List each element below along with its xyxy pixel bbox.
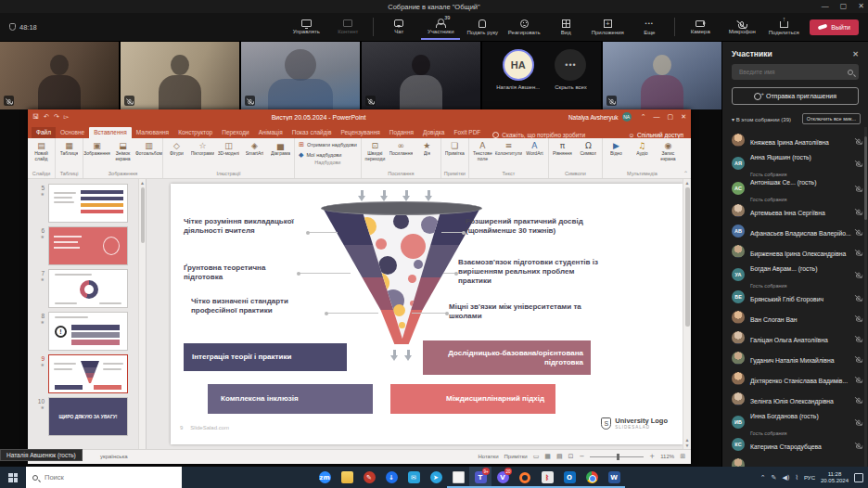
participant-search[interactable] (732, 64, 859, 80)
participant-mic-muted-icon[interactable] (858, 356, 861, 361)
taskbar-word-icon[interactable]: W (603, 467, 625, 488)
participant-mic-muted-icon[interactable] (858, 209, 861, 213)
zoom-links-button[interactable]: ⊡Швидкі переходи (363, 139, 388, 161)
participant-search-input[interactable] (737, 68, 848, 76)
taskbar-telegram-icon[interactable]: ➤ (425, 467, 447, 488)
screenshot-button[interactable]: ⬓Знімок екрана (110, 139, 135, 161)
redo-icon[interactable]: ↷ (54, 113, 59, 121)
raise-hand-button[interactable]: Подать руку (463, 14, 502, 40)
view-button[interactable]: Вид (546, 14, 585, 40)
zoom-slider[interactable] (590, 456, 644, 457)
participant-row[interactable]: АС Антонішак Се... (гость) Гость собрани… (732, 175, 862, 200)
shapes-button[interactable]: ◇Фігури (164, 139, 189, 157)
taskbar-search[interactable] (26, 467, 182, 488)
tab-review[interactable]: Рецензування (336, 127, 384, 138)
table-button[interactable]: ▦ Таблиця (57, 139, 82, 157)
normal-view-icon[interactable]: ▭ (533, 453, 540, 460)
current-slide[interactable]: Чітке розуміння викладацької діяльності … (171, 184, 683, 444)
leave-button[interactable]: Выйти (810, 19, 859, 35)
tab-view[interactable]: Подання (385, 127, 418, 138)
start-button[interactable] (0, 467, 26, 488)
video-tile-2[interactable] (121, 42, 239, 109)
thumbnails-scrollbar[interactable]: ▲ (138, 179, 146, 449)
taskbar-downloads-icon[interactable]: ↓ (380, 467, 402, 488)
slide-thumb-8[interactable]: ! (48, 312, 128, 351)
taskbar-mail-icon[interactable]: ✉ (402, 467, 425, 488)
avatar-tile[interactable]: НА Наталія Авшен... ••• Скрыть всех (482, 42, 601, 109)
content-button[interactable]: Контент (328, 14, 367, 40)
smartart-button[interactable]: ◈SmartArt (242, 139, 267, 157)
reading-view-icon[interactable]: ▤ (556, 453, 563, 460)
participant-row[interactable]: АВ Афанасьєв Владислав Валерійо... (732, 221, 862, 241)
participant-mic-muted-icon[interactable] (858, 420, 861, 425)
tab-design[interactable]: Конструктор (173, 127, 217, 138)
participant-row[interactable]: КС Катерина Стародубцева (732, 434, 862, 455)
taskbar-chrome-icon[interactable] (581, 467, 603, 488)
participants-scrollbar[interactable] (864, 127, 867, 467)
tab-foxit[interactable]: Foxit PDF (449, 127, 485, 138)
comment-button[interactable]: ❏ Примітка (442, 139, 467, 157)
sorter-view-icon[interactable]: ▦ (544, 453, 551, 460)
tray-expand-icon[interactable]: ⌃ (760, 474, 766, 482)
tab-home[interactable]: Основне (56, 127, 89, 138)
ppt-close-icon[interactable]: ✕ (681, 113, 686, 121)
slide-thumb-10[interactable]: ЩИРО ДЯКУЮ ЗА УВАГУ! (48, 397, 128, 436)
undo-icon[interactable]: ↶ (44, 113, 49, 121)
tab-animations[interactable]: Анімація (254, 127, 287, 138)
overflow-participants-icon[interactable]: ••• (555, 49, 586, 81)
tab-help[interactable]: Довідка (418, 127, 449, 138)
slideshow-view-icon[interactable]: ⊡ (568, 453, 574, 460)
notifications-icon[interactable] (854, 473, 863, 482)
share-button[interactable]: Поделиться (764, 14, 803, 40)
participant-mic-muted-icon[interactable] (858, 336, 861, 340)
in-meeting-section-label[interactable]: ▾ В этом собрании (39) (732, 116, 791, 122)
taskbar-outlook-icon[interactable]: O (558, 467, 581, 488)
ppt-share-button[interactable]: ☺ Спільний доступ (628, 132, 687, 138)
3d-models-button[interactable]: ◫3D-моделі (216, 139, 241, 157)
taskbar-explorer-icon[interactable] (336, 467, 358, 488)
zoom-out-icon[interactable]: − (579, 453, 584, 460)
mic-button[interactable]: Микрофон (722, 14, 761, 40)
taskbar-viber-icon[interactable]: V 20 (491, 467, 514, 488)
slide-thumb-7[interactable] (48, 269, 128, 308)
more-button[interactable]: Еще (630, 14, 669, 40)
equation-button[interactable]: πРівняння (550, 139, 575, 157)
manage-button[interactable]: Управлять (287, 14, 326, 40)
fit-slide-icon[interactable]: ⊞ (680, 453, 685, 460)
video-tile-3[interactable] (241, 42, 360, 109)
participant-row[interactable]: Діхтяренко Станіслава Вадимів... (732, 368, 862, 389)
photo-album-button[interactable]: ▥Фотоальбом (136, 139, 161, 157)
participant-row[interactable]: ИБ Инна Богданова (гость) Гость собрания (732, 409, 862, 434)
participant-mic-muted-icon[interactable] (858, 138, 861, 143)
participant-mic-muted-icon[interactable] (858, 250, 861, 254)
mute-all-button[interactable]: Отключить все мик... (802, 113, 861, 124)
tab-draw[interactable]: Малювання (132, 127, 173, 138)
taskbar-document-icon[interactable] (447, 467, 469, 488)
pictures-button[interactable]: ▣Зображення (84, 139, 109, 157)
slide-scrollbar[interactable]: ▲▲▼ (683, 179, 691, 449)
tab-insert[interactable]: Вставлення (89, 127, 132, 138)
participant-mic-muted-icon[interactable] (858, 161, 861, 166)
collapse-ribbon-icon[interactable]: ⌃ (683, 170, 688, 176)
zoom-in-icon[interactable]: + (649, 453, 655, 460)
tab-transitions[interactable]: Переходи (217, 127, 253, 138)
participant-mic-muted-icon[interactable] (858, 397, 861, 402)
taskbar-modem-icon[interactable]: ᛒ (536, 467, 558, 488)
ppt-minimize-icon[interactable]: — (654, 113, 660, 121)
textbox-button[interactable]: AТекстове поле (470, 139, 495, 161)
taskbar-teams-icon[interactable]: T 9+ (469, 467, 491, 488)
taskbar-red-app-icon[interactable]: ✎ (358, 467, 380, 488)
wordart-button[interactable]: АWordArt (522, 139, 547, 157)
video-button[interactable]: ▶Відео (604, 139, 629, 157)
apps-button[interactable]: Приложения (588, 14, 627, 40)
participant-mic-muted-icon[interactable] (858, 377, 861, 381)
participant-row[interactable]: Галіцан Ольга Анатоліївна (732, 327, 862, 348)
chat-button[interactable]: Чат (379, 14, 418, 40)
my-addins-button[interactable]: ◆Мої надбудови (299, 151, 357, 159)
comments-toggle[interactable]: Примітки (504, 454, 528, 459)
video-tile-6[interactable] (603, 42, 721, 109)
slide-thumb-6[interactable] (48, 226, 128, 265)
get-addins-button[interactable]: ⊞Отримати надбудови (299, 141, 357, 148)
action-button[interactable]: ★Дія (415, 139, 440, 157)
participants-button[interactable]: 39 Участники (421, 14, 460, 40)
